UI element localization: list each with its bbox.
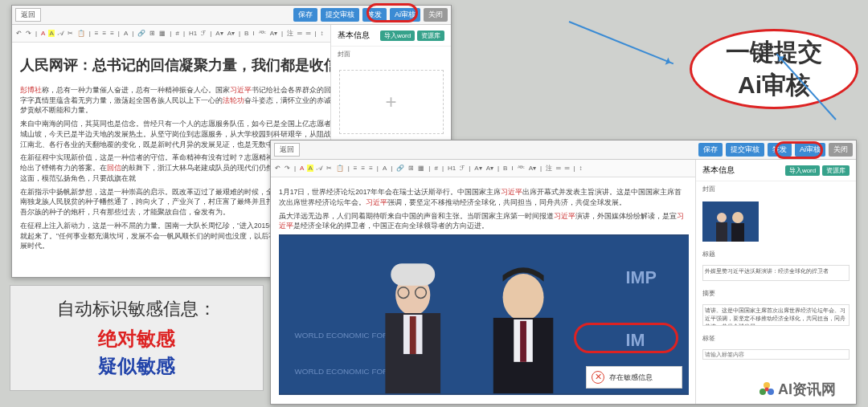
svg-point-13 <box>503 274 544 321</box>
back-button[interactable]: 返回 <box>274 143 300 157</box>
svg-text:WORLD ECONOMIC FORUM: WORLD ECONOMIC FORUM <box>295 367 401 376</box>
svg-point-20 <box>732 212 743 223</box>
svg-rect-21 <box>731 223 744 242</box>
back-button[interactable]: 返回 <box>15 8 41 22</box>
res-lib-button[interactable]: 资源库 <box>822 165 850 176</box>
cover-label: 封面 <box>331 47 451 62</box>
save-button[interactable]: 保存 <box>293 8 317 22</box>
submit-review-button[interactable]: 提交审核 <box>321 8 359 22</box>
svg-text:IMP: IMP <box>626 267 657 287</box>
add-cover-button[interactable]: + <box>339 70 444 134</box>
basic-info-label: 基本信息 <box>702 165 735 176</box>
basic-info-label: 基本信息 <box>338 30 370 41</box>
submit-review-button[interactable]: 提交审核 <box>726 143 764 157</box>
svg-text:WORLD ECONOMIC FORUM: WORLD ECONOMIC FORUM <box>295 331 401 340</box>
svg-point-18 <box>717 213 727 222</box>
svg-rect-10 <box>410 316 416 354</box>
import-word-button[interactable]: 导入word <box>785 165 820 176</box>
highlight-ring-3 <box>574 323 678 353</box>
article-image: WORLD ECONOMIC FORUM WORLD ECONOMIC FORU… <box>279 234 689 395</box>
cover-thumbnail[interactable] <box>702 201 759 242</box>
svg-rect-19 <box>716 222 727 242</box>
editor-body[interactable]: 1月17日，世界经济论坛2017年年会在瑞士达沃斯举行。中国国家主席习近平出席开… <box>271 177 697 401</box>
summary-input[interactable] <box>702 304 850 326</box>
svg-rect-16 <box>520 321 526 362</box>
summary-label: 摘要 <box>696 286 856 301</box>
highlight-ring-1 <box>366 3 418 22</box>
cover-label: 封面 <box>696 181 856 197</box>
svg-rect-7 <box>391 263 435 285</box>
highlight-ring-2 <box>775 141 823 159</box>
sensitive-alert: ✕ 存在敏感信息 <box>586 366 682 389</box>
callout-oval: 一键提交 Ai审核 <box>690 29 858 109</box>
tag-input[interactable] <box>702 349 850 360</box>
title-input[interactable] <box>702 265 850 281</box>
watermark: AI资讯网 <box>759 380 836 399</box>
svg-rect-17 <box>702 201 759 242</box>
import-word-button[interactable]: 导入word <box>380 31 415 41</box>
close-button[interactable]: 关闭 <box>829 143 853 157</box>
res-lib-button[interactable]: 资源库 <box>417 31 444 41</box>
arrow-1 <box>569 21 674 64</box>
svg-point-25 <box>765 388 769 392</box>
legend-box: 自动标识敏感信息： 绝对敏感 疑似敏感 <box>10 285 264 391</box>
save-button[interactable]: 保存 <box>698 143 723 157</box>
alert-x-icon: ✕ <box>592 371 604 384</box>
close-button[interactable]: 关闭 <box>424 8 448 22</box>
